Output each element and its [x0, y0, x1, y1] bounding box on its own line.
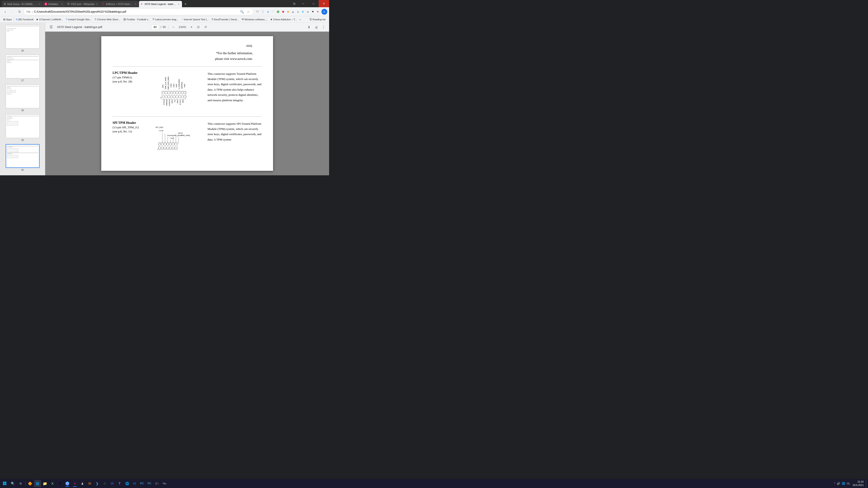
bookmark-footbie[interactable]: ⚽ Footbie - Football v... [122, 18, 151, 22]
address-bar[interactable]: File | C:/Users/kraft/Documents/X570%20S… [24, 8, 254, 15]
tab-close-icon[interactable]: ✕ [134, 2, 137, 6]
new-tab-button[interactable]: + [182, 1, 188, 7]
reading-list-button[interactable]: ☰ Reading list [308, 17, 327, 22]
bookmark-chess[interactable]: ♟ Chess Addiction – T... [269, 18, 298, 22]
apps-icon: ⊞ [3, 18, 5, 21]
bookmark-more-button[interactable]: » [298, 18, 302, 22]
tab-heilt-setup[interactable]: 🖥 Heilt Setup - i9-10900k, 2080 Sup... ✕ [2, 1, 42, 7]
thumb-item-40[interactable]: LPC/TPM Header SPI TPM Header 40 [2, 144, 43, 171]
bookmark-google-streams[interactable]: G Instant Google Stre... [64, 18, 93, 22]
bookmark-windows-software[interactable]: W Windows software,... [240, 18, 269, 22]
pdf-download-button[interactable]: ⬇ [306, 24, 312, 30]
tab-close-icon[interactable]: ✕ [60, 2, 64, 6]
tab-kisildalur[interactable]: K Kisildalur ✕ [43, 1, 65, 7]
tab-asrock[interactable]: A ASRock > X570 Steel Legend ✕ [100, 1, 139, 7]
bookmark-star-icon[interactable]: ☆ [246, 9, 251, 14]
section-left-spi: SPI TPM Header (13-pin SPI_TPM_J1) (see … [113, 121, 149, 133]
pdf-fit-button[interactable]: ⊡ [195, 24, 202, 30]
channel-icon: ▶ [37, 18, 38, 21]
bookmark-facebook[interactable]: f (38) Facebook [15, 18, 35, 22]
svg-point-11 [167, 91, 170, 94]
svg-point-18 [162, 95, 165, 98]
pdf-zoom-in-button[interactable]: + [189, 24, 194, 30]
thumb-num-37: 37 [21, 79, 24, 82]
reading-list-label: Reading list [313, 18, 326, 21]
ext2[interactable]: ⋯ [271, 9, 275, 14]
bitwarden-ext[interactable]: 🛡 [255, 9, 260, 14]
sidebar-scroll-area: text line text text text text line text … [0, 23, 45, 175]
bookmark-label: Internet Speed Test |... [184, 18, 209, 21]
tab-close-icon[interactable]: ✕ [95, 2, 98, 6]
svg-point-26 [184, 95, 186, 98]
tab-pdf-active[interactable]: A X570 Steel Legend - bæklingur.p... ✕ [139, 1, 182, 7]
forward-button[interactable]: › [9, 8, 16, 15]
bookmark-premier[interactable]: P Latest premier leag... [151, 18, 180, 22]
ext4[interactable]: ◼ [281, 9, 285, 14]
pdf-zoom-out-button[interactable]: − [170, 24, 176, 30]
pdf-menu-button[interactable]: ☰ [48, 24, 54, 30]
svg-point-54 [166, 143, 169, 145]
svg-point-21 [170, 95, 173, 98]
section-desc-lpc: This connector supports Trusted Platform… [208, 71, 262, 103]
tab-close-icon[interactable]: ✕ [37, 2, 41, 6]
profile-button[interactable]: K [321, 9, 327, 15]
bookmark-speedtest[interactable]: ✓ Internet Speed Test |... [180, 18, 210, 22]
bookmark-label: Apps [6, 18, 12, 21]
svg-point-60 [164, 147, 166, 149]
svg-text:GND: GND [176, 84, 177, 88]
titlebar: 🖥 Heilt Setup - i9-10900k, 2080 Sup... ✕… [0, 0, 329, 7]
thumb-item-38[interactable]: technical text connector info pin diagra… [2, 85, 43, 111]
svg-text:+3V: +3V [174, 99, 176, 102]
ext3[interactable]: ⬤ [276, 9, 280, 14]
pdf-print-button[interactable]: 🖨 [313, 24, 319, 30]
ext8[interactable]: ◉ [301, 9, 305, 14]
ext10[interactable]: ◾ [311, 9, 315, 14]
ext11[interactable]: ★ [315, 9, 320, 14]
tab-favicon: 🖥 [4, 3, 6, 5]
thumb-item-39[interactable]: section heading technical info lines mor… [2, 114, 43, 141]
pdf-rotate-button[interactable]: ↺ [203, 24, 209, 30]
thumb-item-36[interactable]: text line text text text text line text … [2, 25, 43, 52]
thumb-img-37: text line text text more text content he… [6, 55, 39, 78]
svg-text:S_PWRDWN#: S_PWRDWN# [178, 79, 180, 89]
pdf-title: X570 Steel Legend - bæklingur.pdf [57, 25, 102, 29]
bookmark-sendtransfer[interactable]: S SendTransfer | Send... [210, 18, 240, 22]
spi-tpm-diagram: SPI_DQ3 +3.3V Dummy CLK SPI_MOSI RST# TP… [153, 121, 203, 168]
window-restore-icon[interactable]: ⧉ [291, 0, 298, 7]
svg-text:1: 1 [160, 97, 161, 99]
minimize-button[interactable]: ─ [298, 0, 308, 7]
maximize-button[interactable]: □ [308, 0, 319, 7]
tab-close-icon[interactable]: ✕ [177, 2, 180, 6]
pdf-more-button[interactable]: ⋮ [320, 24, 327, 30]
pdf-page-input[interactable] [151, 24, 159, 30]
bookmark-chrome-store[interactable]: C Chrome Web Store... [93, 18, 122, 22]
ext6[interactable]: ▲ [291, 9, 295, 14]
ext5[interactable]: ◆ [286, 9, 290, 14]
bookmark-label: Instant Google Stre... [68, 18, 92, 21]
ext1[interactable]: ● [266, 9, 270, 14]
bookmark-apps[interactable]: ⊞ Apps [2, 17, 13, 22]
svg-text:GND: GND [184, 84, 185, 88]
search-icon[interactable]: 🔍 [239, 9, 244, 14]
tab-favicon: K [44, 3, 47, 5]
tab-title: Heilt Setup - i9-10900k, 2080 Sup... [7, 3, 37, 5]
chrome-menu-button[interactable]: ⋮ [260, 9, 266, 14]
pdf-page-separator: / [160, 25, 161, 29]
svg-point-16 [181, 91, 184, 94]
ext9[interactable]: ● [306, 9, 310, 14]
address-separator: | [32, 10, 33, 13]
refresh-button[interactable]: ↻ [16, 8, 23, 15]
thumb-num-38: 38 [21, 109, 24, 111]
back-button[interactable]: ‹ [2, 8, 8, 15]
bookmark-1channel[interactable]: ▶ 1Channel | LetMeW... [35, 18, 64, 22]
tab-wikipedia[interactable]: W PS/2 port - Wikipedia ✕ [66, 1, 100, 7]
svg-point-63 [172, 147, 175, 149]
close-button[interactable]: ✕ [319, 0, 329, 7]
thumb-item-37[interactable]: text line text text more text content he… [2, 55, 43, 82]
tab-title: ASRock > X570 Steel Legend [106, 3, 133, 5]
address-file-icon: File [26, 10, 31, 13]
reading-list-icon: ☰ [309, 18, 312, 21]
svg-text:PCIRST#: PCIRST# [168, 99, 170, 106]
ext7[interactable]: ♦ [296, 9, 300, 14]
pdf-toolbar-right: ⬇ 🖨 ⋮ [306, 24, 327, 30]
